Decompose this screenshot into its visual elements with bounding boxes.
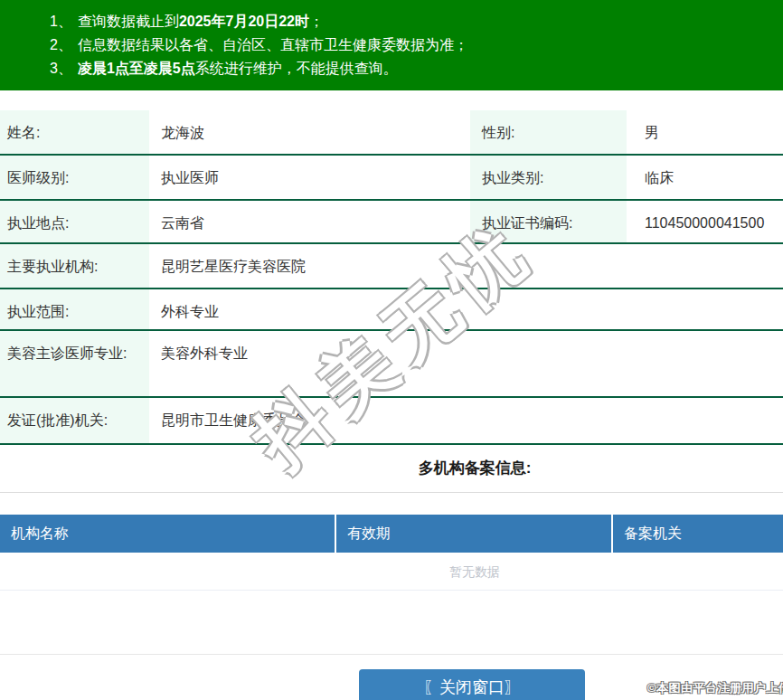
practitioner-query-result-page: 1、查询数据截止到2025年7月20日22时； 2、信息数据结果以各省、自治区、…: [0, 0, 783, 700]
notice-line-1: 1、查询数据截止到2025年7月20日22时；: [50, 10, 783, 33]
notice-line-3: 3、凌晨1点至凌晨5点系统进行维护，不能提供查询。: [50, 57, 783, 80]
field-value: 执业医师: [149, 156, 470, 199]
notice-line-number: 2、: [50, 37, 72, 52]
info-row-name-gender: 姓名: 龙海波 性别: 男: [0, 110, 783, 156]
field-value: 110450000041500: [627, 201, 783, 242]
field-value: 云南省: [149, 201, 470, 242]
field-value: 男: [627, 110, 783, 154]
field-value: 龙海波: [149, 110, 470, 154]
empty-data-row: 暂无数据: [0, 553, 783, 591]
upload-credit-text: ©本图由平台注册用户上传: [647, 680, 783, 696]
field-value: 外科专业: [149, 289, 783, 329]
notice-text: ；: [309, 14, 324, 29]
multi-org-section-title: 多机构备案信息:: [0, 458, 783, 478]
notice-text-bold: 凌晨1点至凌晨5点: [78, 61, 195, 76]
notice-text-bold: 2025年7月20日22时: [179, 14, 309, 29]
field-value: 昆明艺星医疗美容医院: [149, 244, 783, 288]
notice-line-2: 2、信息数据结果以各省、自治区、直辖市卫生健康委数据为准；: [50, 33, 783, 57]
field-label: 性别:: [470, 110, 627, 154]
info-row-main-institution: 主要执业机构: 昆明艺星医疗美容医院: [0, 244, 783, 289]
column-header-institution: 机构名称: [0, 515, 336, 553]
field-label: 姓名:: [0, 110, 149, 154]
field-value: 美容外科专业: [149, 331, 783, 396]
notice-text: 系统进行维护，不能提供查询。: [195, 61, 398, 76]
info-row-level-category: 医师级别: 执业医师 执业类别: 临床: [0, 156, 783, 201]
field-value: 昆明市卫生健康委员会: [149, 398, 783, 443]
notice-line-number: 3、: [50, 61, 72, 76]
field-label: 执业证书编码:: [470, 201, 627, 242]
practitioner-info-table: 姓名: 龙海波 性别: 男 医师级别: 执业医师 执业类别: 临床 执业地点: …: [0, 110, 783, 445]
field-label: 医师级别:: [0, 156, 149, 199]
column-header-validity: 有效期: [336, 515, 613, 553]
notice-text: 信息数据结果以各省、自治区、直辖市卫生健康委数据为准；: [78, 37, 468, 52]
info-row-location-certificate: 执业地点: 云南省 执业证书编码: 110450000041500: [0, 201, 783, 244]
notice-banner: 1、查询数据截止到2025年7月20日22时； 2、信息数据结果以各省、自治区、…: [0, 0, 783, 90]
info-row-cosmetic-specialty: 美容主诊医师专业: 美容外科专业: [0, 331, 783, 398]
field-label: 发证(批准)机关:: [0, 398, 149, 443]
info-row-practice-scope: 执业范围: 外科专业: [0, 289, 783, 331]
notice-text: 查询数据截止到: [78, 14, 179, 29]
divider: [0, 492, 783, 493]
field-label: 执业地点:: [0, 201, 149, 242]
divider: [0, 654, 783, 655]
field-label: 执业范围:: [0, 289, 149, 329]
field-label: 主要执业机构:: [0, 244, 149, 288]
field-label: 执业类别:: [470, 156, 627, 199]
field-value: 临床: [627, 156, 783, 199]
column-header-filing-authority: 备案机关: [613, 515, 783, 553]
notice-line-number: 1、: [50, 14, 72, 29]
registry-table-header: 机构名称 有效期 备案机关: [0, 515, 783, 553]
info-row-issuing-authority: 发证(批准)机关: 昆明市卫生健康委员会: [0, 398, 783, 445]
field-label: 美容主诊医师专业:: [0, 331, 149, 396]
close-window-button[interactable]: 〖关闭窗口〗: [359, 669, 585, 700]
